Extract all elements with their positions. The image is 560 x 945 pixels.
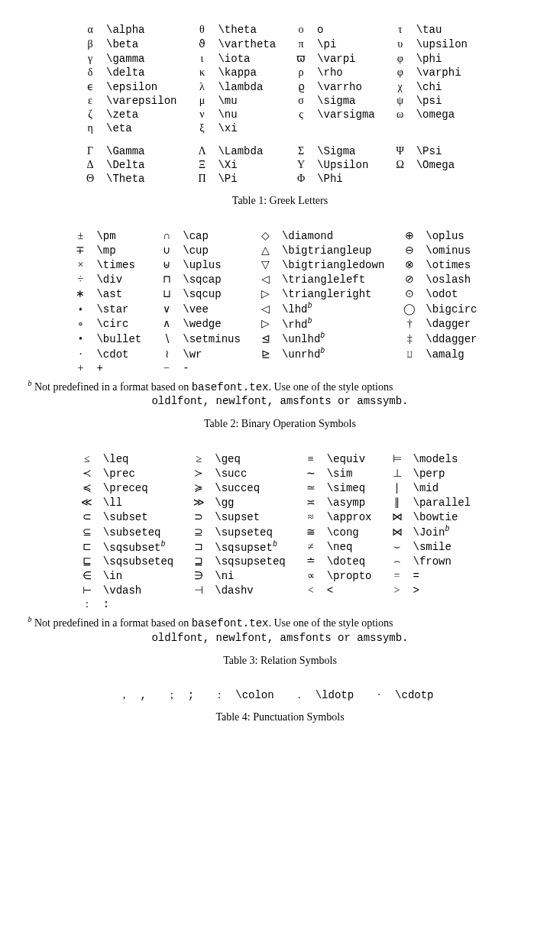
table-caption: Table 2: Binary Operation Symbols [15, 418, 545, 430]
symbol-glyph: ⊘ [398, 272, 421, 286]
symbol-command: \circ [92, 316, 155, 332]
symbol-glyph: ⊇ [187, 524, 210, 539]
symbol-glyph: ∝ [299, 568, 322, 583]
symbol-glyph: ν [190, 108, 213, 121]
symbol-glyph: ⊂ [76, 510, 99, 524]
symbol-glyph [398, 361, 421, 375]
symbol-command: ; [183, 688, 208, 702]
symbol-command: \bowtie [409, 510, 485, 524]
symbol-command: \odot [421, 286, 490, 301]
symbol-glyph [386, 597, 409, 611]
symbol-command: \doteq [322, 554, 386, 568]
symbol-command: \cong [322, 524, 386, 539]
symbol-glyph: ⊗ [398, 257, 421, 272]
symbol-glyph: ∘ [69, 316, 92, 332]
table-caption: Table 4: Punctuation Symbols [15, 711, 545, 723]
symbol-command: \Lambda [213, 144, 290, 158]
symbol-glyph: ξ [190, 121, 213, 135]
symbol-command: > [409, 583, 485, 597]
symbol-command: \propto [322, 568, 386, 583]
symbol-glyph: Λ [190, 144, 213, 158]
symbol-glyph: α [79, 23, 102, 37]
symbol-command: \frown [409, 554, 485, 568]
symbol-glyph: ω [389, 108, 412, 121]
symbol-command: \alpha [102, 23, 190, 37]
symbol-table: α\alphaθ\thetaooτ\tauβ\betaϑ\varthetaπ\p… [79, 23, 481, 186]
symbol-glyph: ⊵ [254, 346, 277, 361]
symbol-command: , [135, 688, 160, 702]
symbol-glyph: ∧ [155, 316, 178, 332]
symbol-glyph: κ [190, 66, 213, 79]
symbol-command: \colon [231, 688, 287, 702]
symbol-command: \preceq [99, 481, 187, 495]
symbol-command: \star [92, 301, 155, 316]
symbol-glyph: Δ [79, 158, 102, 172]
symbol-glyph: · [69, 346, 92, 361]
symbol-glyph: ∪ [155, 243, 178, 257]
symbol-command: \dagger [421, 316, 490, 332]
symbol-command: \tau [412, 23, 481, 37]
symbol-glyph: ⊒ [187, 554, 210, 568]
symbol-command: \mp [92, 243, 155, 257]
symbol-command: \ast [92, 286, 155, 301]
symbol-command: \pm [92, 228, 155, 243]
symbol-glyph: π [290, 37, 312, 51]
symbol-command: \amalg [421, 346, 490, 361]
symbol-glyph: ϵ [79, 79, 102, 94]
symbol-glyph: : [76, 597, 99, 611]
symbol-glyph: ▽ [254, 257, 277, 272]
symbol-glyph: ⊙ [398, 286, 421, 301]
symbol-glyph: ι [190, 51, 213, 66]
symbol-glyph: ◁ [254, 272, 277, 286]
symbol-command: \eta [102, 121, 190, 135]
symbol-command: \gg [210, 495, 299, 510]
symbol-glyph: ⊑ [76, 554, 99, 568]
symbol-command: \vee [178, 301, 254, 316]
symbol-command: \kappa [213, 66, 290, 79]
symbol-command: \in [99, 568, 187, 583]
symbol-glyph: ⊐ [187, 539, 210, 555]
symbol-command: \approx [322, 510, 386, 524]
symbol-command: \sqsubseteq [99, 554, 187, 568]
symbol-glyph: . [288, 688, 311, 702]
symbol-command: \rhdb [277, 316, 398, 332]
symbol-command: \cdot [92, 346, 155, 361]
symbol-command: \ll [99, 495, 187, 510]
symbol-glyph: Ξ [190, 158, 213, 172]
symbol-command: \succeq [210, 481, 299, 495]
symbol-command: \iota [213, 51, 290, 66]
symbol-glyph: ≡ [299, 451, 322, 466]
symbol-glyph [254, 361, 277, 375]
table-block-1: α\alphaθ\thetaooτ\tauβ\betaϑ\varthetaπ\p… [15, 23, 545, 207]
symbol-command: \supseteq [210, 524, 299, 539]
symbol-glyph: ⊃ [187, 510, 210, 524]
symbol-glyph: ≥ [187, 451, 210, 466]
symbol-command: \models [409, 451, 485, 466]
symbol-glyph: Θ [79, 172, 102, 186]
symbol-command [210, 597, 299, 611]
symbol-command: \ldotp [311, 688, 367, 702]
symbol-command: : [99, 597, 187, 611]
symbol-glyph: ⊴ [254, 331, 277, 346]
symbol-glyph: σ [290, 94, 312, 108]
symbol-command: \leq [99, 451, 187, 466]
symbol-glyph: ≐ [299, 554, 322, 568]
symbol-command: \diamond [277, 228, 398, 243]
symbol-glyph: ≠ [299, 539, 322, 555]
symbol-glyph: = [386, 568, 409, 583]
symbol-glyph: ◯ [398, 301, 421, 316]
symbol-command: - [178, 361, 254, 375]
document-body: α\alphaθ\thetaooτ\tauβ\betaϑ\varthetaπ\p… [15, 23, 545, 723]
symbol-glyph: † [398, 316, 421, 332]
symbol-glyph: τ [389, 23, 412, 37]
symbol-glyph: η [79, 121, 102, 135]
symbol-command: o [312, 23, 389, 37]
symbol-command: \gamma [102, 51, 190, 66]
symbol-command: \ni [210, 568, 299, 583]
symbol-glyph: ≅ [299, 524, 322, 539]
symbol-glyph: ≺ [76, 466, 99, 481]
symbol-command: \mu [213, 94, 290, 108]
symbol-command: \mid [409, 481, 485, 495]
symbol-command: \Omega [412, 158, 481, 172]
symbol-glyph: ∩ [155, 228, 178, 243]
